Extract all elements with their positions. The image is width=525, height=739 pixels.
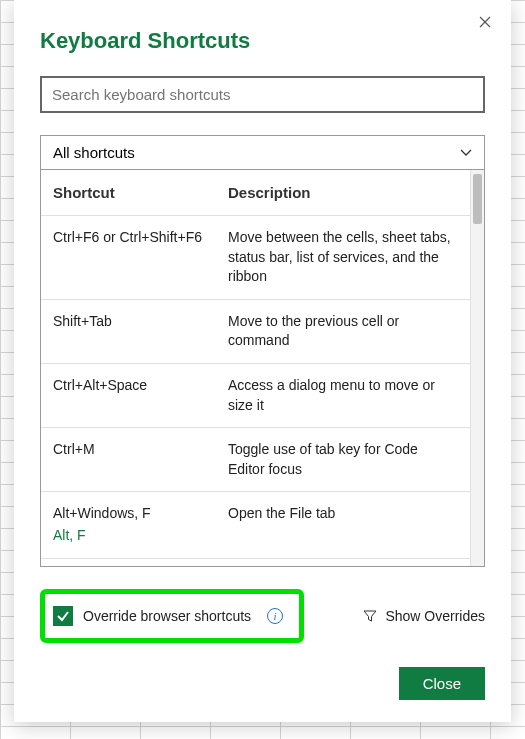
table-row: Shift+TabMove to the previous cell or co… <box>41 299 470 363</box>
chevron-down-icon <box>460 149 472 157</box>
shortcut-cell: Alt+Windows, HAlt, H <box>41 558 216 566</box>
filter-icon <box>363 609 377 623</box>
description-cell: Toggle use of tab key for Code Editor fo… <box>216 428 470 492</box>
button-row: Close <box>40 667 485 700</box>
description-cell: Access a dialog menu to move or size it <box>216 363 470 427</box>
alt-shortcut: Alt, F <box>53 526 204 546</box>
shortcut-cell: Alt+Windows, FAlt, F <box>41 492 216 558</box>
filter-dropdown[interactable]: All shortcuts <box>40 135 485 170</box>
info-icon[interactable]: i <box>267 608 283 624</box>
shortcut-cell: Ctrl+F6 or Ctrl+Shift+F6 <box>41 216 216 300</box>
footer-row: Override browser shortcuts i Show Overri… <box>40 589 485 643</box>
description-cell: Open the Home tab <box>216 558 470 566</box>
shortcuts-table-container: Shortcut Description Ctrl+F6 or Ctrl+Shi… <box>40 170 485 567</box>
override-label: Override browser shortcuts <box>83 608 251 624</box>
table-row: Ctrl+F6 or Ctrl+Shift+F6Move between the… <box>41 216 470 300</box>
override-checkbox[interactable] <box>53 606 73 626</box>
table-row: Alt+Windows, FAlt, FOpen the File tab <box>41 492 470 558</box>
description-cell: Open the File tab <box>216 492 470 558</box>
shortcut-cell: Shift+Tab <box>41 299 216 363</box>
shortcut-cell: Ctrl+Alt+Space <box>41 363 216 427</box>
close-button[interactable]: Close <box>399 667 485 700</box>
show-overrides-button[interactable]: Show Overrides <box>363 608 485 624</box>
shortcut-cell: Ctrl+M <box>41 428 216 492</box>
show-overrides-label: Show Overrides <box>385 608 485 624</box>
scrollbar[interactable] <box>470 170 484 566</box>
description-cell: Move to the previous cell or command <box>216 299 470 363</box>
description-cell: Move between the cells, sheet tabs, stat… <box>216 216 470 300</box>
keyboard-shortcuts-dialog: Keyboard Shortcuts All shortcuts Shortcu… <box>14 0 511 722</box>
table-row: Ctrl+MToggle use of tab key for Code Edi… <box>41 428 470 492</box>
column-header-description: Description <box>216 170 470 216</box>
override-highlight: Override browser shortcuts i <box>40 589 304 643</box>
search-input[interactable] <box>40 76 485 113</box>
table-row: Ctrl+Alt+SpaceAccess a dialog menu to mo… <box>41 363 470 427</box>
filter-selected-label: All shortcuts <box>53 144 135 161</box>
scrollbar-thumb[interactable] <box>473 174 482 224</box>
shortcuts-table: Shortcut Description Ctrl+F6 or Ctrl+Shi… <box>41 170 470 566</box>
close-icon[interactable] <box>475 12 495 32</box>
table-row: Alt+Windows, HAlt, HOpen the Home tab <box>41 558 470 566</box>
dialog-title: Keyboard Shortcuts <box>40 28 485 54</box>
column-header-shortcut: Shortcut <box>41 170 216 216</box>
